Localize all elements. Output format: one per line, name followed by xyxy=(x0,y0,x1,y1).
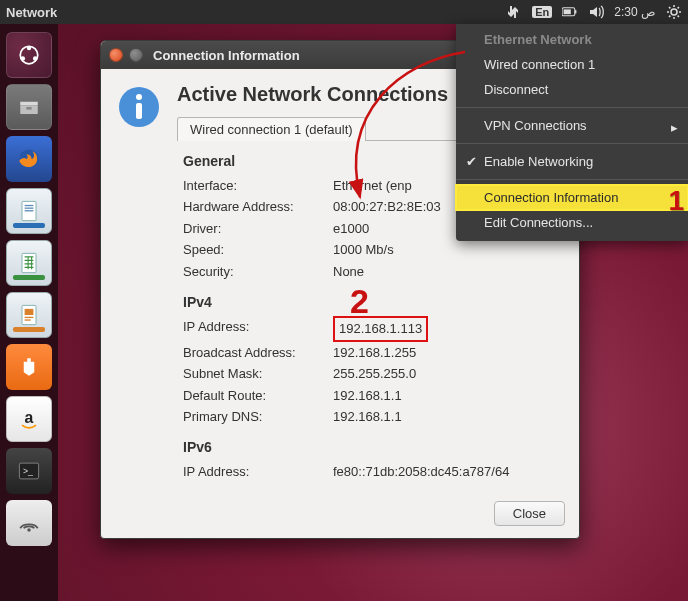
label-ipv4-ip: IP Address: xyxy=(183,316,333,341)
launcher-terminal-icon[interactable]: >_ xyxy=(6,448,52,494)
keyboard-layout-indicator[interactable]: En xyxy=(532,6,552,18)
svg-rect-10 xyxy=(26,107,31,110)
svg-text:a: a xyxy=(25,409,34,426)
value-security: None xyxy=(333,261,561,282)
tab-wired-connection[interactable]: Wired connection 1 (default) xyxy=(177,117,366,141)
label-ipv4-bcast: Broadcast Address: xyxy=(183,342,333,363)
svg-point-7 xyxy=(33,56,37,60)
label-ipv4-dns: Primary DNS: xyxy=(183,406,333,427)
value-ipv4-ip: 192.168.1.113 xyxy=(333,316,428,341)
value-ipv4-mask: 255.255.255.0 xyxy=(333,363,561,384)
network-menu: Ethernet Network Wired connection 1 Disc… xyxy=(456,24,688,241)
svg-rect-14 xyxy=(25,208,34,209)
close-button[interactable]: Close xyxy=(494,501,565,526)
svg-point-25 xyxy=(27,528,31,532)
launcher-firefox-icon[interactable] xyxy=(6,136,52,182)
top-panel: Network En ص 2:30 xyxy=(0,0,688,24)
value-ipv4-route: 192.168.1.1 xyxy=(333,385,561,406)
launcher-software-icon[interactable] xyxy=(6,344,52,390)
svg-rect-8 xyxy=(20,102,38,106)
dialog-title: Connection Information xyxy=(153,48,300,63)
label-interface: Interface: xyxy=(183,175,333,196)
window-close-icon[interactable] xyxy=(109,48,123,62)
launcher-writer-icon[interactable] xyxy=(6,188,52,234)
launcher-impress-icon[interactable] xyxy=(6,292,52,338)
window-minimize-icon[interactable] xyxy=(129,48,143,62)
menu-separator xyxy=(456,179,688,180)
menu-connection-information[interactable]: Connection Information 1 xyxy=(456,185,688,210)
svg-rect-19 xyxy=(25,317,34,318)
clock[interactable]: ص 2:30 xyxy=(614,5,656,19)
svg-text:>_: >_ xyxy=(23,466,33,476)
label-ipv4-mask: Subnet Mask: xyxy=(183,363,333,384)
section-ipv6: IPv6 xyxy=(183,439,561,455)
menu-separator xyxy=(456,107,688,108)
network-indicator-icon[interactable] xyxy=(506,4,522,20)
svg-point-27 xyxy=(136,94,142,100)
checkmark-icon: ✔ xyxy=(466,154,477,169)
volume-icon[interactable] xyxy=(588,4,604,20)
launcher-network-icon[interactable] xyxy=(6,500,52,546)
svg-rect-16 xyxy=(22,253,36,272)
launcher-dash-icon[interactable] xyxy=(6,32,52,78)
section-ipv4: IPv4 xyxy=(183,294,561,310)
menu-vpn[interactable]: VPN Connections ▸ xyxy=(456,113,688,138)
value-ipv4-dns: 192.168.1.1 xyxy=(333,406,561,427)
label-ipv6-ip: IP Address: xyxy=(183,461,333,482)
info-icon xyxy=(115,83,163,131)
label-ipv4-route: Default Route: xyxy=(183,385,333,406)
value-speed: 1000 Mb/s xyxy=(333,239,561,260)
menu-disconnect[interactable]: Disconnect xyxy=(456,77,688,102)
chevron-right-icon: ▸ xyxy=(671,120,678,135)
launcher-amazon-icon[interactable]: a xyxy=(6,396,52,442)
gear-icon[interactable] xyxy=(666,4,682,20)
svg-point-3 xyxy=(671,9,677,15)
menu-edit-connections[interactable]: Edit Connections... xyxy=(456,210,688,235)
svg-point-5 xyxy=(27,46,31,50)
svg-rect-2 xyxy=(564,10,571,15)
menu-wired-connection[interactable]: Wired connection 1 xyxy=(456,52,688,77)
label-hwaddr: Hardware Address: xyxy=(183,196,333,217)
svg-rect-13 xyxy=(25,205,34,206)
unity-launcher: a >_ xyxy=(0,24,58,601)
label-security: Security: xyxy=(183,261,333,282)
svg-rect-21 xyxy=(27,358,31,363)
svg-rect-15 xyxy=(25,210,34,211)
svg-rect-28 xyxy=(136,103,142,119)
svg-rect-20 xyxy=(25,319,31,320)
value-ipv4-bcast: 192.168.1.255 xyxy=(333,342,561,363)
system-tray: En ص 2:30 xyxy=(506,4,682,20)
launcher-calc-icon[interactable] xyxy=(6,240,52,286)
panel-app-title: Network xyxy=(6,5,57,20)
menu-enable-networking[interactable]: ✔ Enable Networking xyxy=(456,149,688,174)
svg-point-6 xyxy=(21,56,25,60)
menu-header-ethernet: Ethernet Network xyxy=(456,30,688,52)
battery-icon[interactable] xyxy=(562,4,578,20)
value-ipv6-ip: fe80::71db:2058:dc45:a787/64 xyxy=(333,461,561,482)
label-speed: Speed: xyxy=(183,239,333,260)
label-driver: Driver: xyxy=(183,218,333,239)
launcher-files-icon[interactable] xyxy=(6,84,52,130)
svg-rect-1 xyxy=(575,10,577,13)
svg-rect-18 xyxy=(25,309,34,315)
menu-separator xyxy=(456,143,688,144)
